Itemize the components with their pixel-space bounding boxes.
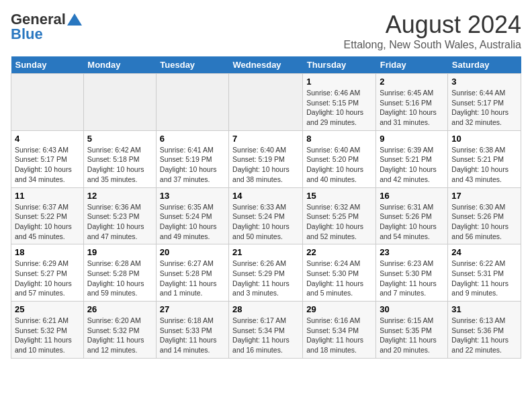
day-info: Sunrise: 6:35 AM Sunset: 5:24 PM Dayligh… xyxy=(160,202,225,242)
calendar-cell: 15Sunrise: 6:32 AM Sunset: 5:25 PM Dayli… xyxy=(303,187,376,244)
day-info: Sunrise: 6:28 AM Sunset: 5:28 PM Dayligh… xyxy=(87,259,152,298)
day-info: Sunrise: 6:20 AM Sunset: 5:32 PM Dayligh… xyxy=(87,316,152,355)
day-number: 11 xyxy=(15,191,80,201)
weekday-header-cell: Sunday xyxy=(11,56,84,74)
calendar-cell: 1Sunrise: 6:46 AM Sunset: 5:15 PM Daylig… xyxy=(303,74,376,131)
calendar-week-row: 11Sunrise: 6:37 AM Sunset: 5:22 PM Dayli… xyxy=(11,187,521,244)
day-number: 28 xyxy=(232,304,299,314)
day-number: 21 xyxy=(232,247,299,257)
day-info: Sunrise: 6:36 AM Sunset: 5:23 PM Dayligh… xyxy=(87,202,152,242)
day-info: Sunrise: 6:41 AM Sunset: 5:19 PM Dayligh… xyxy=(160,145,225,185)
weekday-header-cell: Monday xyxy=(83,56,156,74)
calendar-body: 1Sunrise: 6:46 AM Sunset: 5:15 PM Daylig… xyxy=(11,74,521,359)
calendar-cell: 7Sunrise: 6:40 AM Sunset: 5:19 PM Daylig… xyxy=(229,130,303,187)
day-number: 20 xyxy=(160,247,225,257)
day-number: 22 xyxy=(306,247,372,257)
calendar-cell: 21Sunrise: 6:26 AM Sunset: 5:29 PM Dayli… xyxy=(229,244,303,302)
calendar-cell: 28Sunrise: 6:17 AM Sunset: 5:34 PM Dayli… xyxy=(229,302,303,359)
calendar-cell: 17Sunrise: 6:30 AM Sunset: 5:26 PM Dayli… xyxy=(448,187,521,244)
day-info: Sunrise: 6:15 AM Sunset: 5:35 PM Dayligh… xyxy=(380,316,444,355)
calendar-cell xyxy=(229,74,303,131)
calendar-cell: 6Sunrise: 6:41 AM Sunset: 5:19 PM Daylig… xyxy=(156,130,228,187)
day-number: 19 xyxy=(87,247,152,257)
day-number: 26 xyxy=(87,304,152,314)
day-info: Sunrise: 6:24 AM Sunset: 5:30 PM Dayligh… xyxy=(306,259,372,298)
day-info: Sunrise: 6:46 AM Sunset: 5:15 PM Dayligh… xyxy=(306,88,372,128)
day-info: Sunrise: 6:31 AM Sunset: 5:26 PM Dayligh… xyxy=(380,202,444,242)
logo-icon xyxy=(67,13,82,26)
calendar-cell: 14Sunrise: 6:33 AM Sunset: 5:24 PM Dayli… xyxy=(229,187,303,244)
calendar-cell: 25Sunrise: 6:21 AM Sunset: 5:32 PM Dayli… xyxy=(11,302,84,359)
weekday-header-cell: Thursday xyxy=(303,56,376,74)
calendar-table: SundayMondayTuesdayWednesdayThursdayFrid… xyxy=(11,56,521,359)
calendar-cell: 5Sunrise: 6:42 AM Sunset: 5:18 PM Daylig… xyxy=(83,130,156,187)
calendar-cell xyxy=(83,74,156,131)
day-number: 14 xyxy=(232,191,299,201)
day-info: Sunrise: 6:38 AM Sunset: 5:21 PM Dayligh… xyxy=(451,145,517,185)
weekday-header-row: SundayMondayTuesdayWednesdayThursdayFrid… xyxy=(11,56,521,74)
day-number: 12 xyxy=(87,191,152,201)
day-number: 9 xyxy=(380,134,444,144)
calendar-cell: 10Sunrise: 6:38 AM Sunset: 5:21 PM Dayli… xyxy=(448,130,521,187)
day-number: 17 xyxy=(451,191,517,201)
day-info: Sunrise: 6:40 AM Sunset: 5:20 PM Dayligh… xyxy=(306,145,372,185)
calendar-week-row: 4Sunrise: 6:43 AM Sunset: 5:17 PM Daylig… xyxy=(11,130,521,187)
calendar-cell: 4Sunrise: 6:43 AM Sunset: 5:17 PM Daylig… xyxy=(11,130,84,187)
day-number: 16 xyxy=(380,191,444,201)
day-number: 31 xyxy=(451,304,517,314)
day-number: 1 xyxy=(306,77,372,87)
day-number: 8 xyxy=(306,134,372,144)
location-subtitle: Ettalong, New South Wales, Australia xyxy=(344,39,521,51)
page-header: General Blue August 2024 Ettalong, New S… xyxy=(11,11,521,51)
day-info: Sunrise: 6:42 AM Sunset: 5:18 PM Dayligh… xyxy=(87,145,152,185)
day-number: 29 xyxy=(306,304,372,314)
day-info: Sunrise: 6:39 AM Sunset: 5:21 PM Dayligh… xyxy=(380,145,444,185)
title-block: August 2024 Ettalong, New South Wales, A… xyxy=(344,11,521,51)
weekday-header-cell: Wednesday xyxy=(229,56,303,74)
calendar-cell: 12Sunrise: 6:36 AM Sunset: 5:23 PM Dayli… xyxy=(83,187,156,244)
calendar-cell: 19Sunrise: 6:28 AM Sunset: 5:28 PM Dayli… xyxy=(83,244,156,302)
day-number: 25 xyxy=(15,304,80,314)
calendar-cell: 16Sunrise: 6:31 AM Sunset: 5:26 PM Dayli… xyxy=(376,187,448,244)
day-info: Sunrise: 6:43 AM Sunset: 5:17 PM Dayligh… xyxy=(15,145,80,185)
day-info: Sunrise: 6:23 AM Sunset: 5:30 PM Dayligh… xyxy=(380,259,444,298)
calendar-cell: 9Sunrise: 6:39 AM Sunset: 5:21 PM Daylig… xyxy=(376,130,448,187)
day-number: 10 xyxy=(451,134,517,144)
day-info: Sunrise: 6:44 AM Sunset: 5:17 PM Dayligh… xyxy=(451,88,517,128)
day-number: 27 xyxy=(160,304,225,314)
calendar-cell: 30Sunrise: 6:15 AM Sunset: 5:35 PM Dayli… xyxy=(376,302,448,359)
calendar-cell: 24Sunrise: 6:22 AM Sunset: 5:31 PM Dayli… xyxy=(448,244,521,302)
weekday-header-cell: Tuesday xyxy=(156,56,228,74)
day-info: Sunrise: 6:45 AM Sunset: 5:16 PM Dayligh… xyxy=(380,88,444,128)
calendar-cell: 2Sunrise: 6:45 AM Sunset: 5:16 PM Daylig… xyxy=(376,74,448,131)
day-info: Sunrise: 6:18 AM Sunset: 5:33 PM Dayligh… xyxy=(160,316,225,355)
svg-marker-0 xyxy=(67,13,82,26)
calendar-cell xyxy=(11,74,84,131)
day-info: Sunrise: 6:26 AM Sunset: 5:29 PM Dayligh… xyxy=(232,259,299,298)
day-number: 2 xyxy=(380,77,444,87)
day-info: Sunrise: 6:37 AM Sunset: 5:22 PM Dayligh… xyxy=(15,202,80,242)
calendar-week-row: 18Sunrise: 6:29 AM Sunset: 5:27 PM Dayli… xyxy=(11,244,521,302)
day-info: Sunrise: 6:16 AM Sunset: 5:34 PM Dayligh… xyxy=(306,316,372,355)
weekday-header-cell: Friday xyxy=(376,56,448,74)
day-number: 18 xyxy=(15,247,80,257)
calendar-cell: 22Sunrise: 6:24 AM Sunset: 5:30 PM Dayli… xyxy=(303,244,376,302)
day-number: 13 xyxy=(160,191,225,201)
day-info: Sunrise: 6:33 AM Sunset: 5:24 PM Dayligh… xyxy=(232,202,299,242)
calendar-cell: 13Sunrise: 6:35 AM Sunset: 5:24 PM Dayli… xyxy=(156,187,228,244)
day-info: Sunrise: 6:29 AM Sunset: 5:27 PM Dayligh… xyxy=(15,259,80,298)
day-number: 23 xyxy=(380,247,444,257)
calendar-cell: 29Sunrise: 6:16 AM Sunset: 5:34 PM Dayli… xyxy=(303,302,376,359)
day-info: Sunrise: 6:27 AM Sunset: 5:28 PM Dayligh… xyxy=(160,259,225,298)
day-number: 3 xyxy=(451,77,517,87)
day-number: 5 xyxy=(87,134,152,144)
calendar-week-row: 1Sunrise: 6:46 AM Sunset: 5:15 PM Daylig… xyxy=(11,74,521,131)
calendar-cell: 11Sunrise: 6:37 AM Sunset: 5:22 PM Dayli… xyxy=(11,187,84,244)
day-number: 30 xyxy=(380,304,444,314)
day-info: Sunrise: 6:22 AM Sunset: 5:31 PM Dayligh… xyxy=(451,259,517,298)
day-number: 15 xyxy=(306,191,372,201)
day-info: Sunrise: 6:40 AM Sunset: 5:19 PM Dayligh… xyxy=(232,145,299,185)
calendar-cell: 23Sunrise: 6:23 AM Sunset: 5:30 PM Dayli… xyxy=(376,244,448,302)
calendar-cell: 31Sunrise: 6:13 AM Sunset: 5:36 PM Dayli… xyxy=(448,302,521,359)
calendar-cell: 8Sunrise: 6:40 AM Sunset: 5:20 PM Daylig… xyxy=(303,130,376,187)
